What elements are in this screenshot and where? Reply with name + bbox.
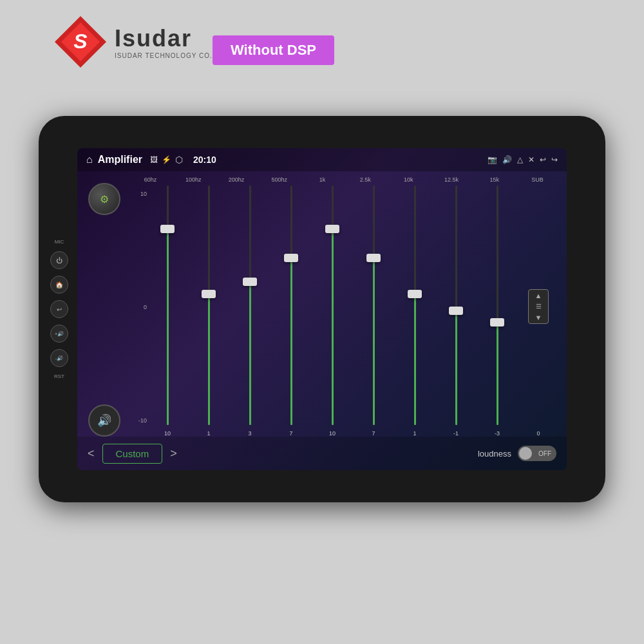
- fader-value-500hz: 7: [289, 430, 292, 437]
- eq-sliders-area: 10 0 -10 10: [129, 185, 559, 437]
- fader-500hz[interactable]: 7: [279, 185, 303, 437]
- fader-value-2.5k: 7: [372, 430, 375, 437]
- car-unit: MIC ⏻ 🏠 ↩ +🔊 -🔊 RST ⌂ Amplifier 🖼 ⚡ ⬡ 20…: [39, 116, 605, 502]
- eq-left-controls: ⚙ 🔊: [85, 176, 124, 437]
- volume-icon: 🔊: [502, 155, 512, 164]
- camera-icon: 📷: [488, 155, 497, 164]
- freq-label-12.5k: 12.5k: [440, 176, 463, 183]
- fader-value-15k: -3: [495, 430, 500, 437]
- fader-100hz[interactable]: 1: [197, 185, 220, 437]
- loudness-toggle[interactable]: OFF: [518, 446, 556, 461]
- fader-value-60hz: 10: [164, 430, 171, 437]
- power-button[interactable]: ⏻: [50, 251, 68, 269]
- eq-faders-section: 60hz 100hz 200hz 500hz 1k 2.5k 10k 12.5k…: [124, 176, 559, 437]
- toggle-knob: [519, 447, 532, 460]
- speaker-icon: 🔊: [97, 413, 111, 428]
- vol-up-button[interactable]: +🔊: [50, 325, 68, 343]
- fader-value-100hz: 1: [207, 430, 210, 437]
- app-title: Amplifier: [98, 154, 142, 166]
- speaker-button[interactable]: 🔊: [88, 404, 120, 437]
- screen: ⌂ Amplifier 🖼 ⚡ ⬡ 20:10 📷 🔊 △ ✕ ↩ ↪: [77, 148, 567, 470]
- usb-icon: ⚡: [162, 155, 171, 164]
- svg-text:S: S: [73, 30, 88, 53]
- eq-scale: 10 0 -10: [129, 185, 147, 437]
- back-icon: ↩: [540, 155, 546, 164]
- fader-value-sub: 0: [536, 430, 540, 437]
- sub-down-arrow[interactable]: ▼: [535, 314, 542, 321]
- freq-label-500hz: 500hz: [268, 176, 291, 183]
- sub-spinner[interactable]: ▲ ☰ ▼: [528, 289, 549, 324]
- preset-name[interactable]: Custom: [102, 444, 163, 464]
- fader-200hz[interactable]: 3: [238, 185, 261, 437]
- home-button[interactable]: 🏠: [50, 276, 68, 294]
- status-icons-left: 🖼 ⚡ ⬡: [150, 155, 183, 165]
- brand-icon: S: [52, 13, 109, 71]
- freq-label-2.5k: 2.5k: [354, 176, 377, 183]
- scale-0: 0: [129, 304, 147, 310]
- scale-10: 10: [129, 191, 147, 197]
- fader-10k[interactable]: 1: [403, 185, 426, 437]
- status-time: 20:10: [193, 155, 216, 165]
- prev-preset-button[interactable]: <: [88, 447, 95, 460]
- freq-label-100hz: 100hz: [182, 176, 205, 183]
- sub-value: ☰: [536, 303, 542, 310]
- bluetooth-icon: ⬡: [175, 155, 183, 165]
- fader-value-10k: 1: [413, 430, 416, 437]
- eq-main: ⚙ 🔊 60hz 100hz 200hz 500hz: [77, 171, 567, 437]
- fader-2.5k[interactable]: 7: [362, 185, 385, 437]
- freq-label-10k: 10k: [397, 176, 420, 183]
- status-bar: ⌂ Amplifier 🖼 ⚡ ⬡ 20:10 📷 🔊 △ ✕ ↩ ↪: [77, 148, 567, 171]
- eject-icon: △: [517, 155, 523, 164]
- scale-neg10: -10: [129, 417, 147, 424]
- fader-15k[interactable]: -3: [486, 185, 509, 437]
- eq-faders-row: 10 1: [147, 185, 559, 437]
- close-icon: ✕: [528, 155, 535, 164]
- sub-up-arrow[interactable]: ▲: [535, 292, 542, 299]
- next-preset-button[interactable]: >: [170, 447, 177, 460]
- image-icon: 🖼: [150, 155, 158, 164]
- preset-nav: < Custom >: [88, 444, 177, 464]
- back-button[interactable]: ↩: [50, 300, 68, 318]
- eq-freq-labels: 60hz 100hz 200hz 500hz 1k 2.5k 10k 12.5k…: [129, 176, 559, 183]
- freq-label-60hz: 60hz: [138, 176, 162, 183]
- toggle-state: OFF: [538, 450, 555, 457]
- left-sidebar: MIC ⏻ 🏠 ↩ +🔊 -🔊 RST: [50, 239, 68, 379]
- loudness-section: loudness OFF: [478, 446, 556, 461]
- vol-down-button[interactable]: -🔊: [50, 349, 68, 367]
- fader-sub[interactable]: ▲ ☰ ▼ 0: [527, 185, 550, 437]
- dsp-badge: Without DSP: [213, 35, 334, 65]
- mic-label: MIC: [55, 239, 64, 245]
- freq-label-200hz: 200hz: [225, 176, 248, 183]
- eq-knob[interactable]: ⚙: [88, 183, 120, 215]
- forward-icon: ↪: [551, 155, 558, 164]
- equalizer-icon: ⚙: [100, 193, 109, 205]
- brand-area: S Isudar ISUDAR TECHNOLOGY CO., LTD: [52, 13, 231, 71]
- status-icons-right: 📷 🔊 △ ✕ ↩ ↪: [488, 155, 558, 164]
- freq-label-15k: 15k: [483, 176, 506, 183]
- fader-1k[interactable]: 10: [321, 185, 344, 437]
- loudness-label: loudness: [478, 449, 511, 459]
- fader-value-12.5k: -1: [453, 430, 459, 437]
- rst-label: RST: [54, 374, 64, 379]
- freq-label-sub: SUB: [526, 176, 549, 183]
- home-icon[interactable]: ⌂: [86, 154, 93, 166]
- fader-value-1k: 10: [329, 430, 336, 437]
- fader-60hz[interactable]: 10: [156, 185, 179, 437]
- eq-bottom-bar: < Custom > loudness OFF: [77, 437, 567, 470]
- fader-value-200hz: 3: [248, 430, 251, 437]
- freq-label-1k: 1k: [311, 176, 334, 183]
- fader-12.5k[interactable]: -1: [444, 185, 468, 437]
